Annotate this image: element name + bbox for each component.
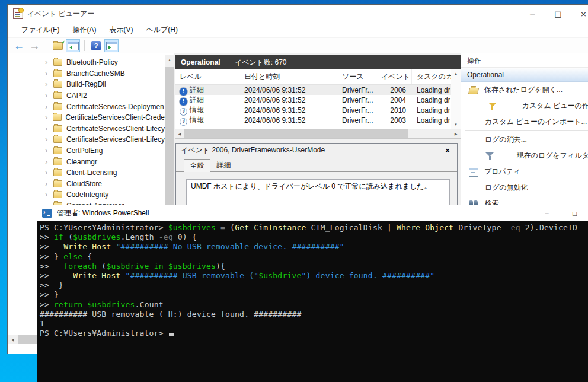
console-line: >> return $usbdrives.Count <box>40 300 588 310</box>
tree-item[interactable]: ›CertificateServicesClient-Crede <box>8 112 165 123</box>
icon-spacer <box>469 183 479 192</box>
open-saved-log-button[interactable] <box>50 39 65 52</box>
event-viewer-titlebar[interactable]: イベント ビューアー − □ × <box>8 5 588 23</box>
tree-item-label: BranchCacheSMB <box>66 69 125 78</box>
menu-action[interactable]: 操作(A) <box>66 25 103 35</box>
scrollbar-thumb[interactable] <box>165 67 174 218</box>
event-rows: !詳細2024/06/06 9:31:52DriverFr...2006Load… <box>175 85 461 125</box>
maximize-button[interactable]: □ <box>545 5 571 23</box>
help-button[interactable]: ? <box>89 39 103 52</box>
scroll-up-icon[interactable]: ▲ <box>451 72 461 75</box>
scroll-down-icon[interactable]: ▼ <box>451 123 461 126</box>
expand-chevron-icon[interactable]: › <box>45 81 52 88</box>
folder-icon <box>53 180 62 187</box>
event-id: 2006 <box>376 86 412 94</box>
expand-chevron-icon[interactable]: › <box>45 92 52 99</box>
scroll-up-icon[interactable]: ▲ <box>165 55 174 64</box>
tree-item[interactable]: ›CertPolEng <box>8 145 165 157</box>
event-source: DriverFr... <box>337 116 376 125</box>
expand-chevron-icon[interactable]: › <box>45 191 52 198</box>
tab-general[interactable]: 全般 <box>184 159 210 172</box>
expand-chevron-icon[interactable]: › <box>45 125 52 132</box>
menu-view[interactable]: 表示(V) <box>103 25 139 35</box>
event-task-category: Loading dr <box>412 86 451 94</box>
expand-chevron-icon[interactable]: › <box>45 114 52 121</box>
event-row[interactable]: !詳細2024/06/06 9:31:52DriverFr...2006Load… <box>175 85 461 95</box>
powershell-titlebar[interactable]: 管理者: Windows PowerShell − □ <box>37 205 588 221</box>
event-viewer-title: イベント ビューアー <box>27 9 94 19</box>
event-row[interactable]: i情報2024/06/06 9:31:52DriverFr...2010Load… <box>175 105 461 115</box>
table-vertical-scrollbar[interactable]: ▲ ▼ <box>451 69 461 129</box>
scroll-left-icon[interactable]: ◀ <box>8 335 17 344</box>
expand-chevron-icon[interactable]: › <box>45 59 52 66</box>
tree-item[interactable]: ›CertificateServices-Deploymen <box>8 101 165 112</box>
close-icon[interactable]: × <box>443 146 452 155</box>
tree-item[interactable]: ›Cleanmgr <box>8 156 165 167</box>
action-pane-toggle-button[interactable] <box>104 39 119 52</box>
scrollbar-thumb[interactable] <box>184 129 408 138</box>
column-datetime[interactable]: 日付と時刻 <box>239 69 337 84</box>
console-tree-toggle-button[interactable] <box>66 39 80 52</box>
action-item[interactable]: ログの無効化 <box>461 180 588 196</box>
action-item[interactable]: 現在のログをフィルター... <box>461 148 588 164</box>
expand-chevron-icon[interactable]: › <box>45 136 52 143</box>
folder-icon <box>53 81 62 88</box>
event-row[interactable]: i情報2024/06/06 9:31:52DriverFr...2003Load… <box>175 115 461 125</box>
console-line: PS C:¥Users¥Administrator> <box>40 329 588 338</box>
event-source: DriverFr... <box>337 86 376 94</box>
tree-item[interactable]: ›BranchCacheSMB <box>8 68 165 79</box>
back-icon[interactable]: ← <box>11 39 27 52</box>
icon-spacer <box>469 135 479 144</box>
minimize-button[interactable]: − <box>533 205 561 221</box>
tree-item[interactable]: ›CertificateServicesClient-Lifecy <box>8 123 165 135</box>
tree-item[interactable]: ›CAPI2 <box>8 90 165 101</box>
action-item[interactable]: カスタム ビューの作成... <box>461 98 588 114</box>
event-task-category: Loading dr <box>412 96 451 104</box>
scroll-left-icon[interactable]: ◀ <box>175 129 184 138</box>
console-line: >> } <box>40 281 588 290</box>
console-output[interactable]: PS C:¥Users¥Administrator> $usbdrives = … <box>37 221 588 382</box>
expand-chevron-icon[interactable]: › <box>45 70 52 77</box>
tree-item[interactable]: ›CertificateServicesClient-Lifecy <box>8 134 165 145</box>
tree-item[interactable]: ›CloudStore <box>8 179 165 190</box>
column-level[interactable]: レベル <box>175 69 239 84</box>
event-level: i情報 <box>175 115 239 126</box>
action-item[interactable]: ログの消去... <box>461 132 588 148</box>
forward-icon[interactable]: → <box>27 39 42 52</box>
folder-icon <box>53 59 62 66</box>
maximize-button[interactable]: □ <box>561 205 588 221</box>
event-level: !詳細 <box>175 85 239 95</box>
information-level-icon: i <box>180 118 187 126</box>
column-source[interactable]: ソース <box>337 69 376 84</box>
action-item[interactable]: プロパティ <box>461 164 588 180</box>
close-button[interactable]: × <box>571 5 588 23</box>
window-controls: − □ × <box>520 5 588 23</box>
column-task-category[interactable]: タスクのカテ <box>412 69 451 84</box>
scroll-right-icon[interactable]: ▶ <box>451 129 461 138</box>
tree-item[interactable]: ›Client-Licensing <box>8 167 165 179</box>
window-controls: − □ <box>533 205 588 221</box>
action-item[interactable]: 保存されたログを開く... <box>461 82 588 98</box>
expand-chevron-icon[interactable]: › <box>45 147 52 154</box>
actions-title: 操作 <box>461 53 588 68</box>
expand-chevron-icon[interactable]: › <box>45 158 52 165</box>
folder-icon <box>53 136 62 143</box>
tree-item-label: CertificateServices-Deploymen <box>66 103 164 111</box>
minimize-button[interactable]: − <box>520 5 545 23</box>
tree-item[interactable]: ›CodeIntegrity <box>8 189 165 200</box>
expand-chevron-icon[interactable]: › <box>45 103 52 110</box>
action-item[interactable]: カスタム ビューのインポート... <box>461 114 588 130</box>
actions-section-header[interactable]: Operational ▲ <box>461 68 588 82</box>
tab-details[interactable]: 詳細 <box>210 159 237 172</box>
table-horizontal-scrollbar[interactable]: ◀ ▶ <box>175 129 461 138</box>
event-row[interactable]: !詳細2024/06/06 9:31:52DriverFr...2004Load… <box>175 95 461 105</box>
menu-file[interactable]: ファイル(F) <box>15 25 66 35</box>
event-datetime: 2024/06/06 9:31:52 <box>239 106 337 114</box>
powershell-icon <box>42 209 52 218</box>
expand-chevron-icon[interactable]: › <box>45 180 52 187</box>
column-event-id[interactable]: イベント ID <box>376 69 412 84</box>
expand-chevron-icon[interactable]: › <box>45 169 52 176</box>
menu-help[interactable]: ヘルプ(H) <box>139 25 184 35</box>
tree-item[interactable]: ›Build-RegDll <box>8 79 165 90</box>
tree-item[interactable]: ›Bluetooth-Policy <box>8 57 165 68</box>
